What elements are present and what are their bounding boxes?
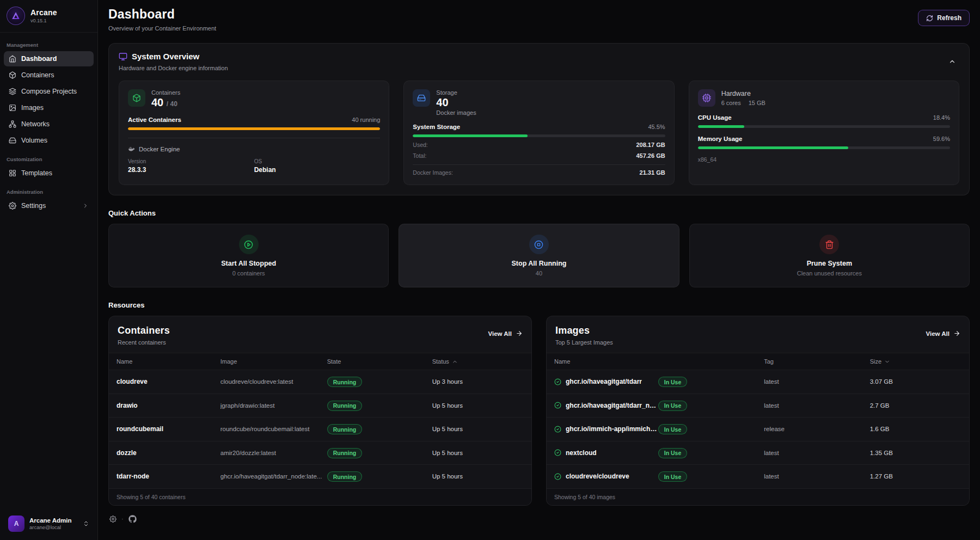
image-row-cloudreve-cloudreve[interactable]: cloudreve/cloudreveIn Uselatest1.27 GB bbox=[547, 465, 969, 489]
github-icon[interactable] bbox=[128, 515, 137, 523]
page-subtitle: Overview of your Container Environment bbox=[108, 25, 216, 32]
container-row-tdarr-node[interactable]: tdarr-nodeghcr.io/haveagitgat/tdarr_node… bbox=[109, 465, 531, 489]
in-use-badge: In Use bbox=[658, 424, 688, 434]
refresh-icon bbox=[926, 15, 933, 22]
active-containers-value: 40 running bbox=[352, 116, 380, 123]
sidebar-item-label: Compose Projects bbox=[21, 88, 77, 95]
sidebar-item-networks[interactable]: Networks bbox=[4, 116, 94, 132]
column-header-name[interactable]: Name bbox=[554, 358, 658, 365]
quick-action-sub: 40 bbox=[536, 270, 542, 277]
os-label: OS bbox=[254, 158, 381, 164]
sidebar-item-label: Images bbox=[21, 104, 44, 112]
docker-engine-label: Docker Engine bbox=[139, 146, 180, 152]
container-status: Up 5 hours bbox=[432, 450, 524, 456]
quick-action-label: Stop All Running bbox=[512, 260, 567, 267]
sidebar-item-volumes[interactable]: Volumes bbox=[4, 133, 94, 148]
system-overview-header: System Overview Hardware and Docker engi… bbox=[109, 44, 969, 78]
sidebar-item-images[interactable]: Images bbox=[4, 100, 94, 115]
refresh-button[interactable]: Refresh bbox=[918, 10, 970, 26]
in-use-badge: In Use bbox=[658, 471, 688, 482]
column-header-image[interactable]: Image bbox=[220, 358, 327, 365]
cpu-usage-value: 18.4% bbox=[933, 114, 950, 121]
container-row-dozzle[interactable]: dozzleamir20/dozzle:latestRunningUp 5 ho… bbox=[109, 441, 531, 465]
sidebar-item-label: Dashboard bbox=[21, 55, 57, 63]
containers-resource-card: Containers Recent containers View All Na… bbox=[108, 316, 532, 506]
image-row-ghcr-io-immich-app-immich-s[interactable]: ghcr.io/immich-app/immich-s...In Userele… bbox=[547, 418, 969, 441]
sidebar-item-containers[interactable]: Containers bbox=[4, 68, 94, 83]
container-status: Up 3 hours bbox=[432, 378, 524, 385]
hardware-cores: 6 cores bbox=[721, 100, 741, 106]
total-label: Total: bbox=[413, 152, 426, 159]
column-header-tag[interactable]: Tag bbox=[764, 358, 869, 365]
column-header-state[interactable]: State bbox=[327, 358, 432, 365]
state-badge: Running bbox=[327, 377, 363, 387]
system-storage-progress-track bbox=[413, 134, 665, 137]
sidebar-item-settings[interactable]: Settings bbox=[4, 198, 94, 213]
column-header-status[interactable]: Status bbox=[432, 358, 524, 365]
check-circle-icon bbox=[554, 449, 561, 456]
chevrons-up-down-icon bbox=[83, 520, 89, 527]
drive-icon bbox=[9, 137, 16, 144]
arcane-logo-icon bbox=[7, 7, 25, 25]
system-overview-subtitle: Hardware and Docker engine information bbox=[119, 65, 228, 71]
nav-section-label: Management bbox=[7, 42, 91, 48]
container-image: ghcr.io/haveagitgat/tdarr_node:late... bbox=[220, 473, 327, 480]
container-status: Up 5 hours bbox=[432, 426, 524, 432]
image-tag: release bbox=[764, 426, 869, 432]
docker-whale-icon bbox=[128, 145, 135, 152]
user-name: Arcane Admin bbox=[29, 517, 78, 524]
quick-action-prune-system[interactable]: Prune SystemClean unused resources bbox=[689, 224, 970, 287]
images-card-title: Images bbox=[555, 325, 613, 336]
nav-section-label: Customization bbox=[7, 156, 91, 162]
app-root: Arcane v0.15.1 ManagementDashboardContai… bbox=[0, 0, 980, 540]
quick-action-label: Prune System bbox=[807, 260, 852, 267]
container-row-cloudreve[interactable]: cloudrevecloudreve/cloudreve:latestRunni… bbox=[109, 370, 531, 394]
image-size: 3.07 GB bbox=[870, 378, 961, 385]
resources-title: Resources bbox=[108, 301, 970, 309]
user-menu[interactable]: A Arcane Admin arcane@local bbox=[3, 511, 94, 537]
image-size: 2.7 GB bbox=[870, 402, 961, 409]
images-table-body: ghcr.io/haveagitgat/tdarrIn Uselatest3.0… bbox=[547, 370, 969, 489]
divider bbox=[413, 164, 665, 165]
quick-action-stop-all-running[interactable]: Stop All Running40 bbox=[399, 224, 679, 287]
sidebar-item-label: Containers bbox=[21, 71, 54, 79]
sidebar-item-dashboard[interactable]: Dashboard bbox=[4, 51, 94, 66]
images-view-all-link[interactable]: View All bbox=[926, 330, 960, 337]
image-name: nextcloud bbox=[566, 449, 597, 457]
column-header-name[interactable]: Name bbox=[117, 358, 220, 365]
quick-action-label: Start All Stopped bbox=[221, 260, 276, 267]
sidebar-item-templates[interactable]: Templates bbox=[4, 165, 94, 181]
state-badge: Running bbox=[327, 424, 363, 434]
image-size: 1.27 GB bbox=[870, 473, 961, 480]
resources-grid: Containers Recent containers View All Na… bbox=[108, 316, 970, 506]
used-label: Used: bbox=[413, 142, 427, 148]
chevron-right-icon bbox=[82, 202, 89, 209]
network-icon bbox=[9, 120, 16, 128]
brand[interactable]: Arcane v0.15.1 bbox=[0, 0, 97, 33]
system-overview-card: System Overview Hardware and Docker engi… bbox=[108, 43, 970, 195]
quick-action-start-all-stopped[interactable]: Start All Stopped0 containers bbox=[108, 224, 389, 287]
containers-table-footer: Showing 5 of 40 containers bbox=[109, 489, 531, 505]
container-row-drawio[interactable]: drawiojgraph/drawio:latestRunningUp 5 ho… bbox=[109, 394, 531, 418]
image-row-nextcloud[interactable]: nextcloudIn Uselatest1.35 GB bbox=[547, 441, 969, 465]
gear-icon[interactable] bbox=[109, 516, 117, 523]
sidebar-item-compose-projects[interactable]: Compose Projects bbox=[4, 84, 94, 99]
column-header-size[interactable]: Size bbox=[870, 358, 961, 365]
sidebar-item-label: Templates bbox=[21, 169, 52, 177]
image-row-ghcr-io-haveagitgat-tdarr[interactable]: ghcr.io/haveagitgat/tdarrIn Uselatest3.0… bbox=[547, 370, 969, 394]
caret-up-icon bbox=[452, 359, 458, 365]
containers-card-title: Containers bbox=[118, 325, 170, 336]
image-row-ghcr-io-haveagitgat-tdarr-node[interactable]: ghcr.io/haveagitgat/tdarr_nodeIn Uselate… bbox=[547, 394, 969, 418]
hardware-label: Hardware bbox=[721, 90, 765, 97]
sidebar-item-label: Settings bbox=[21, 202, 46, 210]
collapse-button[interactable] bbox=[945, 54, 959, 69]
containers-view-all-link[interactable]: View All bbox=[488, 330, 523, 337]
memory-usage-progress-track bbox=[698, 146, 950, 149]
system-storage-progress-fill bbox=[413, 134, 528, 137]
stop-circle-icon bbox=[529, 235, 549, 254]
container-image: cloudreve/cloudreve:latest bbox=[220, 378, 327, 385]
page-header: Dashboard Overview of your Container Env… bbox=[108, 7, 970, 32]
check-circle-icon bbox=[554, 426, 561, 433]
container-status: Up 5 hours bbox=[432, 402, 524, 409]
container-row-roundcubemail[interactable]: roundcubemailroundcube/roundcubemail:lat… bbox=[109, 418, 531, 441]
